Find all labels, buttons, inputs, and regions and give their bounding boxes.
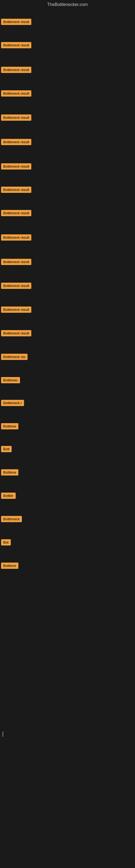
bottleneck-item-22: Bottleneck — [1, 516, 22, 524]
bottleneck-badge-4[interactable]: Bottleneck result — [1, 90, 31, 97]
site-title: TheBottlenecker.com — [0, 0, 135, 8]
bottleneck-badge-3[interactable]: Bottleneck result — [1, 67, 31, 73]
bottleneck-item-24: Bottlene — [1, 562, 18, 570]
bottleneck-badge-24[interactable]: Bottlene — [1, 563, 18, 569]
bottleneck-badge-11[interactable]: Bottleneck result — [1, 259, 31, 265]
bottleneck-badge-2[interactable]: Bottleneck result — [1, 42, 31, 48]
bottleneck-item-6: Bottleneck result — [1, 138, 31, 147]
bottleneck-badge-14[interactable]: Bottleneck result — [1, 330, 31, 336]
bottleneck-badge-22[interactable]: Bottleneck — [1, 516, 22, 522]
bottleneck-item-16: Bottlenec — [1, 376, 20, 385]
bottleneck-badge-12[interactable]: Bottleneck result — [1, 283, 31, 289]
bottleneck-badge-20[interactable]: Bottlene — [1, 469, 18, 475]
bottleneck-badge-16[interactable]: Bottlenec — [1, 377, 20, 383]
bottleneck-item-10: Bottleneck result — [1, 234, 31, 242]
bottleneck-item-7: Bottleneck result — [1, 163, 31, 171]
bottleneck-badge-13[interactable]: Bottleneck result — [1, 307, 31, 313]
bottleneck-badge-6[interactable]: Bottleneck result — [1, 139, 31, 145]
bottleneck-badge-18[interactable]: Bottlene — [1, 423, 18, 429]
bottleneck-badge-19[interactable]: Bott — [1, 446, 12, 452]
bottleneck-item-5: Bottleneck result — [1, 114, 31, 122]
bottleneck-item-11: Bottleneck result — [1, 258, 31, 267]
bottleneck-item-18: Bottlene — [1, 423, 18, 431]
bottleneck-item-20: Bottlene — [1, 469, 18, 477]
bottleneck-badge-5[interactable]: Bottleneck result — [1, 115, 31, 121]
bottleneck-badge-21[interactable]: Bottler — [1, 493, 16, 499]
bottleneck-item-3: Bottleneck result — [1, 66, 31, 74]
bottleneck-item-14: Bottleneck result — [1, 330, 31, 338]
bottleneck-item-1: Bottleneck result — [1, 18, 31, 27]
bottleneck-badge-7[interactable]: Bottleneck result — [1, 163, 31, 169]
bottleneck-badge-15[interactable]: Bottleneck res — [1, 354, 28, 360]
bottleneck-item-9: Bottleneck result — [1, 209, 31, 218]
bottleneck-item-2: Bottleneck result — [1, 41, 31, 50]
bottleneck-badge-9[interactable]: Bottleneck result — [1, 210, 31, 216]
bottleneck-badge-1[interactable]: Bottleneck result — [1, 19, 31, 25]
bottleneck-item-4: Bottleneck result — [1, 90, 31, 98]
bottleneck-item-12: Bottleneck result — [1, 282, 31, 290]
bottleneck-item-19: Bott — [1, 445, 12, 454]
bottleneck-item-21: Bottler — [1, 492, 16, 500]
bottleneck-badge-23[interactable]: Bot — [1, 539, 11, 546]
bottleneck-item-17: Bottleneck r — [1, 399, 24, 408]
bottleneck-badge-10[interactable]: Bottleneck result — [1, 235, 31, 241]
cursor-indicator: | — [1, 730, 5, 738]
bottleneck-item-15: Bottleneck res — [1, 353, 28, 362]
bottleneck-item-23: Bot — [1, 539, 11, 547]
bottleneck-item-8: Bottleneck result — [1, 186, 31, 194]
bottleneck-badge-17[interactable]: Bottleneck r — [1, 400, 24, 406]
bottleneck-badge-8[interactable]: Bottleneck result — [1, 187, 31, 193]
bottleneck-item-13: Bottleneck result — [1, 306, 31, 314]
